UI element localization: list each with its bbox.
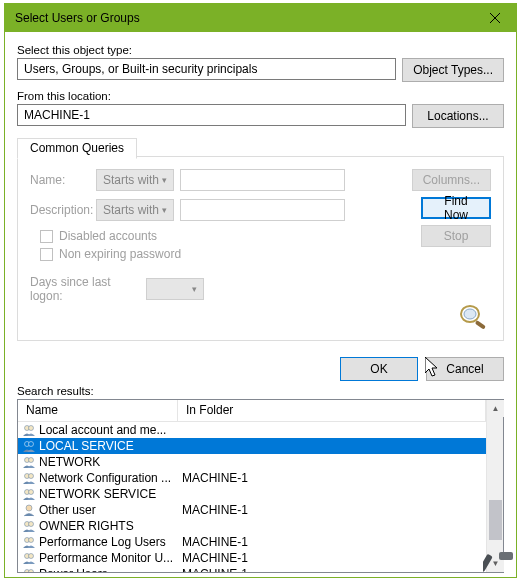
results-pane: Name In Folder Local account and me...LO…	[17, 399, 504, 573]
cell-folder: MACHINE-1	[178, 567, 486, 572]
stop-button: Stop	[421, 225, 491, 247]
cell-name: NETWORK SERVICE	[18, 487, 178, 501]
title-text: Select Users or Groups	[15, 11, 140, 25]
svg-point-14	[29, 490, 34, 495]
svg-point-8	[29, 442, 34, 447]
content-area: Select this object type: Object Types...…	[5, 32, 516, 581]
col-name[interactable]: Name	[18, 400, 178, 421]
cell-folder: MACHINE-1	[178, 535, 486, 549]
cell-folder: MACHINE-1	[178, 551, 486, 565]
chevron-down-icon: ▾	[162, 175, 167, 185]
column-headers: Name In Folder	[18, 400, 486, 422]
cell-folder: MACHINE-1	[178, 503, 486, 517]
cancel-button[interactable]: Cancel	[426, 357, 504, 381]
table-row[interactable]: NETWORK SERVICE	[18, 486, 486, 502]
object-type-field[interactable]	[17, 58, 396, 80]
scrollbar[interactable]: ▲ ▼	[486, 400, 503, 572]
svg-rect-4	[475, 320, 486, 330]
q-name-mode-select: Starts with ▾	[96, 169, 174, 191]
close-button[interactable]	[474, 4, 516, 32]
q-days-label: Days since last logon:	[30, 275, 140, 303]
q-name-label: Name:	[30, 173, 90, 187]
cell-name: OWNER RIGHTS	[18, 519, 178, 533]
scroll-thumb[interactable]	[489, 500, 502, 540]
svg-point-10	[29, 458, 34, 463]
table-row[interactable]: Performance Log UsersMACHINE-1	[18, 534, 486, 550]
cell-name: Local account and me...	[18, 423, 178, 437]
svg-point-17	[29, 522, 34, 527]
close-icon	[490, 13, 500, 23]
tab-common-queries[interactable]: Common Queries	[17, 138, 137, 159]
object-type-label: Select this object type:	[17, 44, 504, 56]
locations-button[interactable]: Locations...	[412, 104, 504, 128]
cell-name: Network Configuration ...	[18, 471, 178, 485]
scroll-up-button[interactable]: ▲	[487, 400, 504, 417]
col-folder[interactable]: In Folder	[178, 400, 486, 421]
svg-rect-24	[499, 552, 513, 560]
result-rows: Local account and me...LOCAL SERVICENETW…	[18, 422, 486, 572]
hammer-icon	[483, 550, 517, 580]
q-desc-mode-select: Starts with ▾	[96, 199, 174, 221]
location-label: From this location:	[17, 90, 504, 102]
ok-button[interactable]: OK	[340, 357, 418, 381]
table-row[interactable]: Power UsersMACHINE-1	[18, 566, 486, 572]
results-list: Name In Folder Local account and me...LO…	[18, 400, 486, 572]
table-row[interactable]: Performance Monitor U...MACHINE-1	[18, 550, 486, 566]
cell-name: Other user	[18, 503, 178, 517]
svg-point-21	[29, 554, 34, 559]
svg-point-23	[29, 570, 34, 573]
table-row[interactable]: Other userMACHINE-1	[18, 502, 486, 518]
find-now-button[interactable]: Find Now	[421, 197, 491, 219]
chevron-down-icon: ▾	[192, 284, 197, 294]
cell-name: NETWORK	[18, 455, 178, 469]
table-row[interactable]: Network Configuration ...MACHINE-1	[18, 470, 486, 486]
cell-name: Power Users	[18, 567, 178, 572]
cell-name: Performance Log Users	[18, 535, 178, 549]
object-types-button[interactable]: Object Types...	[402, 58, 504, 82]
table-row[interactable]: NETWORK	[18, 454, 486, 470]
q-desc-input	[180, 199, 345, 221]
q-disabled-label: Disabled accounts	[59, 229, 157, 243]
svg-point-12	[29, 474, 34, 479]
svg-rect-25	[483, 554, 493, 573]
cell-name: LOCAL SERVICE	[18, 439, 178, 453]
location-field[interactable]	[17, 104, 406, 126]
cell-folder: MACHINE-1	[178, 471, 486, 485]
columns-button: Columns...	[412, 169, 491, 191]
q-disabled-row: Disabled accounts	[40, 229, 409, 243]
q-name-input	[180, 169, 345, 191]
table-row[interactable]: Local account and me...	[18, 422, 486, 438]
table-row[interactable]: OWNER RIGHTS	[18, 518, 486, 534]
svg-point-19	[29, 538, 34, 543]
q-nonexpire-row: Non expiring password	[40, 247, 409, 261]
svg-point-3	[464, 309, 476, 319]
queries-left: Name: Starts with ▾ Description: Starts …	[30, 169, 409, 328]
svg-point-6	[29, 426, 34, 431]
search-icon	[457, 302, 489, 330]
q-name-mode-text: Starts with	[103, 173, 159, 187]
table-row[interactable]: LOCAL SERVICE	[18, 438, 486, 454]
chevron-down-icon: ▾	[162, 205, 167, 215]
q-desc-label: Description:	[30, 203, 90, 217]
q-disabled-checkbox	[40, 230, 53, 243]
dialog-window: Select Users or Groups Select this objec…	[4, 3, 517, 578]
q-days-select: ▾	[146, 278, 204, 300]
q-nonexpire-checkbox	[40, 248, 53, 261]
q-desc-mode-text: Starts with	[103, 203, 159, 217]
titlebar: Select Users or Groups	[5, 4, 516, 32]
results-label: Search results:	[17, 385, 504, 397]
cell-name: Performance Monitor U...	[18, 551, 178, 565]
svg-point-15	[26, 505, 32, 511]
queries-group: Common Queries Name: Starts with ▾ Descr…	[17, 156, 504, 341]
q-nonexpire-label: Non expiring password	[59, 247, 181, 261]
